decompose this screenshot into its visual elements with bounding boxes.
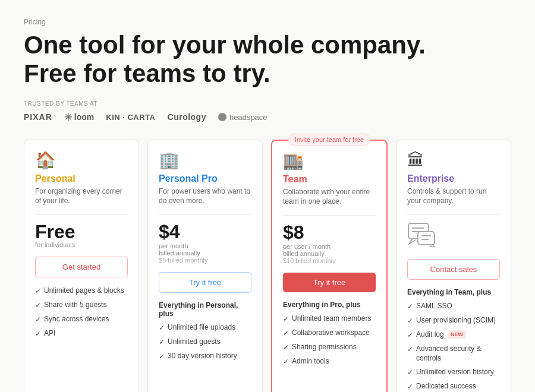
check-icon: ✓	[35, 286, 41, 296]
hero-title: One tool for your whole company.Free for…	[24, 31, 511, 88]
loom-star-icon: ✳	[64, 112, 72, 123]
check-icon: ✓	[283, 314, 289, 324]
personal-pro-name: Personal Pro	[159, 173, 251, 184]
feature-item: ✓Unlimited version history	[407, 367, 500, 378]
feature-item: ✓Unlimited team members	[283, 314, 376, 324]
logo-headspace: headspace	[218, 113, 268, 122]
feature-text: Sharing permissions	[292, 342, 357, 352]
feature-item: ✓Advanced security & controls	[407, 344, 500, 364]
enterprise-desc: Controls & support to run your company.	[407, 186, 500, 207]
svg-rect-3	[418, 232, 435, 245]
personal-pro-features-header: Everything in Personal, plus	[159, 301, 251, 318]
feature-text: Unlimited guests	[168, 337, 221, 347]
enterprise-price	[407, 222, 500, 251]
personal-pro-icon: 🏢	[159, 152, 251, 169]
personal-cta-button[interactable]: Get started	[35, 257, 128, 277]
new-badge: NEW	[448, 330, 466, 339]
personal-price: Free for individuals	[35, 222, 128, 248]
check-icon: ✓	[35, 301, 41, 311]
plan-personal-pro: 🏢 Personal Pro For power users who want …	[147, 140, 263, 392]
feature-text: Sync across devices	[44, 314, 109, 324]
team-features: ✓Unlimited team members ✓Collaborative w…	[283, 314, 376, 366]
check-icon: ✓	[407, 344, 413, 355]
enterprise-cta-button[interactable]: Contact sales	[407, 259, 500, 280]
personal-icon: 🏠	[35, 152, 128, 169]
feature-text: Unlimited pages & blocks	[44, 286, 124, 296]
feature-item: ✓Unlimited pages & blocks	[35, 286, 128, 296]
feature-item: ✓Sync across devices	[35, 314, 128, 325]
feature-item: ✓Share with 5 guests	[35, 300, 128, 311]
feature-text: SAML SSO	[416, 301, 452, 311]
check-icon: ✓	[407, 368, 413, 378]
plan-personal: 🏠 Personal For organizing every corner o…	[24, 140, 139, 392]
team-features-header: Everything in Pro, plus	[283, 301, 376, 309]
team-price: $8 per user / monthbilled annually$10 bi…	[283, 223, 376, 264]
feature-text: Admin tools	[292, 356, 329, 366]
check-icon: ✓	[283, 343, 289, 353]
feature-item: ✓User provisioning (SCIM)	[407, 315, 500, 326]
personal-pro-strike-price: $5 billed monthly	[159, 257, 208, 264]
personal-pro-price-main: $4	[159, 222, 251, 241]
feature-item: ✓SAML SSO	[407, 301, 500, 312]
feature-item: ✓30 day version history	[159, 351, 251, 362]
personal-price-label: for individuals	[35, 241, 128, 248]
check-icon: ✓	[35, 329, 41, 339]
logo-kin-carta: KIN · CARTA	[106, 113, 155, 122]
check-icon: ✓	[283, 328, 289, 339]
team-name: Team	[283, 174, 376, 185]
check-icon: ✓	[159, 337, 165, 347]
feature-text: Unlimited team members	[292, 314, 371, 324]
enterprise-features-header: Everything in Team, plus	[407, 288, 500, 296]
enterprise-features: ✓SAML SSO ✓User provisioning (SCIM) ✓Aud…	[407, 301, 500, 392]
team-desc: Collaborate with your entire team in one…	[283, 187, 376, 207]
team-price-main: $8	[283, 223, 376, 242]
personal-pro-price-sub: per monthbilled annually$5 billed monthl…	[159, 242, 251, 264]
personal-pro-cta-button[interactable]: Try it free	[159, 272, 251, 293]
personal-name: Personal	[35, 173, 128, 184]
logo-curology: Curology	[168, 112, 206, 122]
feature-item: ✓Admin tools	[283, 356, 376, 367]
feature-item: ✓Unlimited file uploads	[159, 323, 251, 333]
personal-pro-features: ✓Unlimited file uploads ✓Unlimited guest…	[159, 323, 251, 361]
feature-item: ✓Unlimited guests	[159, 337, 251, 347]
logo-pixar: PIXAR	[24, 112, 52, 122]
check-icon: ✓	[407, 330, 413, 340]
enterprise-chat-icon	[407, 222, 500, 251]
headspace-dot-icon	[218, 113, 226, 121]
feature-text: API	[44, 328, 55, 339]
personal-desc: For organizing every corner of your life…	[35, 186, 128, 207]
feature-item: ✓Audit log NEW	[407, 330, 500, 340]
check-icon: ✓	[159, 352, 165, 362]
trusted-label: Trusted by teams at	[24, 100, 511, 107]
plan-enterprise: 🏛 Enterprise Controls & support to run y…	[396, 140, 511, 392]
pricing-label: Pricing	[24, 18, 511, 26]
feature-text: Dedicated success manager (100+ seats)	[416, 381, 500, 392]
feature-text: Share with 5 guests	[44, 300, 106, 310]
feature-text: Audit log NEW	[416, 330, 466, 340]
team-cta-button[interactable]: Try it free	[283, 273, 376, 292]
personal-price-main: Free	[35, 222, 128, 241]
check-icon: ✓	[159, 323, 165, 333]
feature-text: User provisioning (SCIM)	[416, 315, 496, 325]
team-icon: 🏬	[283, 153, 376, 169]
pricing-cards: 🏠 Personal For organizing every corner o…	[24, 140, 511, 392]
personal-pro-desc: For power users who want to do even more…	[159, 186, 251, 207]
check-icon: ✓	[407, 302, 413, 312]
feature-text: Unlimited file uploads	[168, 323, 235, 333]
enterprise-icon: 🏛	[407, 152, 500, 169]
check-icon: ✓	[407, 316, 413, 326]
feature-text: Advanced security & controls	[416, 344, 500, 364]
feature-item: ✓Dedicated success manager (100+ seats)	[407, 381, 500, 392]
logo-loom: ✳ loom	[64, 112, 94, 123]
check-icon: ✓	[283, 357, 289, 367]
enterprise-name: Enterprise	[407, 173, 500, 184]
feature-item: ✓Collaborative workspace	[283, 328, 376, 339]
feature-text: 30 day version history	[168, 351, 237, 361]
feature-item: ✓Sharing permissions	[283, 342, 376, 353]
personal-features: ✓Unlimited pages & blocks ✓Share with 5 …	[35, 286, 128, 339]
feature-text: Collaborative workspace	[292, 328, 370, 338]
team-strike-price: $10 billed monthly	[283, 257, 336, 264]
team-price-sub: per user / monthbilled annually$10 bille…	[283, 243, 376, 264]
trusted-logos: PIXAR ✳ loom KIN · CARTA Curology headsp…	[24, 112, 511, 123]
check-icon: ✓	[35, 315, 41, 325]
